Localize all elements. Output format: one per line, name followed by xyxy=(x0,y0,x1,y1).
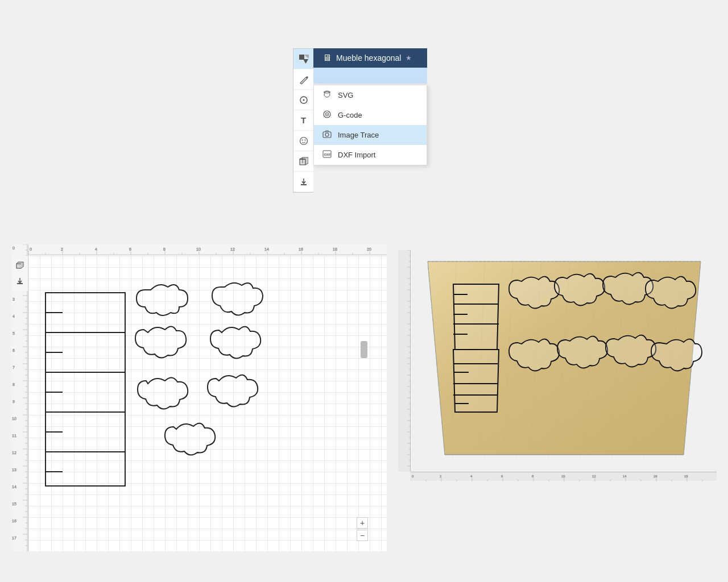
view3d-panel: 0 2 4 6 8 10 12 14 16 18 xyxy=(398,250,717,477)
svg-text:6: 6 xyxy=(13,348,15,352)
camera-icon xyxy=(322,130,332,140)
scroll-handle[interactable] xyxy=(361,341,367,358)
svg-text:DXF: DXF xyxy=(324,153,331,156)
svg-text:14: 14 xyxy=(12,485,16,489)
svg-marker-2 xyxy=(304,55,309,59)
svg-text:8: 8 xyxy=(532,475,534,478)
canvas-tool-cube[interactable] xyxy=(13,258,27,273)
svg-text:10: 10 xyxy=(196,247,201,251)
svg-text:2: 2 xyxy=(440,475,442,478)
svg-text:2: 2 xyxy=(61,247,63,251)
svg-text:14: 14 xyxy=(623,475,627,478)
menu-dxf-label: DXF Import xyxy=(338,151,375,159)
svg-text:12: 12 xyxy=(230,247,235,251)
svg-text:3: 3 xyxy=(13,297,15,301)
svg-text:10: 10 xyxy=(12,417,16,421)
svg-text:11: 11 xyxy=(12,434,16,438)
left-toolbar: T xyxy=(293,48,313,193)
svg-point-5 xyxy=(300,137,307,144)
svg-text:14: 14 xyxy=(264,247,269,251)
svg-point-11 xyxy=(324,92,330,97)
svg-text:6: 6 xyxy=(501,475,503,478)
menu-item-svg[interactable]: SVG xyxy=(314,85,427,105)
gcode-icon xyxy=(322,110,332,120)
menu-gcode-label: G-code xyxy=(338,111,362,119)
svg-text:9: 9 xyxy=(13,400,15,404)
star-icon: ★ xyxy=(406,54,412,62)
svg-icon xyxy=(322,90,332,101)
toolbar-circle[interactable] xyxy=(293,90,314,110)
zoom-in-button[interactable]: + xyxy=(357,517,368,529)
svg-point-4 xyxy=(303,99,304,101)
toolbar-text[interactable]: T xyxy=(293,110,314,131)
svg-text:4: 4 xyxy=(95,247,97,251)
canvas-tool-import[interactable] xyxy=(13,274,27,289)
svg-text:16: 16 xyxy=(299,247,303,251)
menu-item-gcode[interactable]: G-code xyxy=(314,105,427,125)
svg-point-16 xyxy=(325,133,329,136)
ruler-3d-bottom: 0 2 4 6 8 10 12 14 16 18 xyxy=(411,472,717,481)
menu-svg-label: SVG xyxy=(338,91,353,99)
top-dropdown-area: T 🖥 xyxy=(293,48,427,193)
svg-text:16: 16 xyxy=(12,519,16,523)
svg-text:12: 12 xyxy=(12,451,16,455)
svg-text:18: 18 xyxy=(684,475,688,478)
svg-marker-190 xyxy=(453,350,499,412)
svg-point-6 xyxy=(301,139,303,140)
svg-text:5: 5 xyxy=(13,331,15,335)
canvas-left-tools xyxy=(11,256,28,291)
svg-rect-0 xyxy=(299,55,304,60)
svg-text:7: 7 xyxy=(13,365,15,369)
menu-image-trace-label: Image Trace xyxy=(338,131,379,139)
3d-perspective-view xyxy=(411,250,717,472)
toolbar-shapes[interactable] xyxy=(293,49,314,69)
toolbar-import[interactable] xyxy=(293,172,314,192)
svg-text:4: 4 xyxy=(470,475,473,478)
svg-point-14 xyxy=(326,114,328,115)
svg-text:6: 6 xyxy=(129,247,131,251)
svg-text:20: 20 xyxy=(367,247,371,251)
svg-text:0: 0 xyxy=(30,247,32,251)
ruler-3d-left xyxy=(398,250,411,472)
title-bar[interactable]: 🖥 Mueble hexagonal ★ xyxy=(313,48,427,68)
project-title: Mueble hexagonal xyxy=(336,53,401,63)
svg-text:10: 10 xyxy=(561,475,565,478)
svg-text:0: 0 xyxy=(412,475,414,478)
toolbar-pen[interactable] xyxy=(293,69,314,90)
svg-text:12: 12 xyxy=(592,475,596,478)
svg-text:0: 0 xyxy=(13,246,15,250)
design-drawing xyxy=(34,261,358,546)
dxf-icon: DXF xyxy=(322,149,332,160)
svg-point-7 xyxy=(304,139,305,140)
menu-item-image-trace[interactable]: Image Trace xyxy=(314,125,427,145)
grid-canvas[interactable] xyxy=(28,256,387,551)
zoom-controls: + − xyxy=(357,517,368,541)
svg-text:8: 8 xyxy=(163,247,166,251)
svg-text:13: 13 xyxy=(12,468,16,472)
monitor-icon: 🖥 xyxy=(322,53,332,63)
zoom-out-button[interactable]: − xyxy=(357,530,368,541)
toolbar-emoji[interactable] xyxy=(293,131,314,151)
svg-text:16: 16 xyxy=(653,475,657,478)
svg-rect-127 xyxy=(46,293,125,486)
svg-text:18: 18 xyxy=(333,247,337,251)
svg-marker-1 xyxy=(303,59,308,64)
ruler-top: 0 2 4 6 8 10 12 14 16 18 20 xyxy=(28,244,387,256)
svg-text:8: 8 xyxy=(13,383,15,386)
svg-text:17: 17 xyxy=(12,536,16,540)
toolbar-3d[interactable] xyxy=(293,151,314,172)
menu-item-dxf[interactable]: DXF DXF Import xyxy=(314,145,427,165)
selected-row xyxy=(313,68,427,84)
dropdown-container: 🖥 Mueble hexagonal ★ SVG xyxy=(313,48,427,165)
svg-text:15: 15 xyxy=(12,502,16,506)
svg-text:4: 4 xyxy=(13,314,15,318)
import-dropdown-menu: SVG G-code xyxy=(313,85,427,165)
